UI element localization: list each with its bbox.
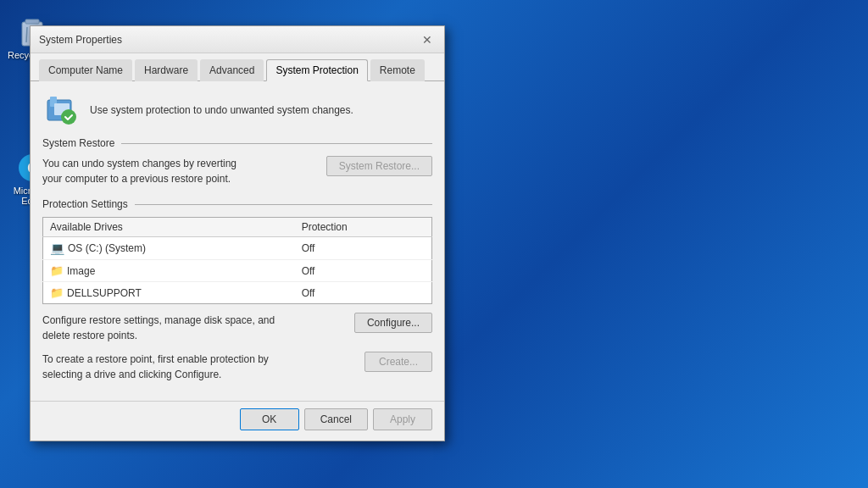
system-restore-divider: System Restore (42, 137, 432, 149)
drive-dellsupport: 📁 DELLSUPPORT (43, 282, 295, 304)
protection-settings-label: Protection Settings (42, 198, 128, 210)
tab-remote[interactable]: Remote (370, 59, 425, 81)
dialog-footer: OK Cancel Apply (31, 401, 444, 441)
apply-button[interactable]: Apply (373, 408, 432, 430)
image-protection: Off (295, 260, 432, 282)
close-button[interactable]: ✕ (419, 31, 436, 48)
divider-line-1 (121, 143, 432, 144)
dialog-body: Use system protection to undo unwanted s… (31, 81, 444, 401)
tab-advanced[interactable]: Advanced (200, 59, 264, 81)
system-protection-icon (42, 92, 80, 129)
drive-os: 💻 OS (C:) (System) (43, 237, 295, 260)
os-drive-icon: 💻 (50, 241, 64, 255)
svg-rect-1 (25, 19, 39, 24)
configure-row: Configure restore settings, manage disk … (42, 313, 432, 343)
create-row: To create a restore point, first enable … (42, 352, 432, 382)
dellsupport-drive-name: DELLSUPPORT (67, 287, 142, 299)
dialog-title: System Properties (39, 34, 122, 46)
col-protection: Protection (295, 218, 432, 237)
create-button[interactable]: Create... (364, 352, 432, 372)
tab-hardware[interactable]: Hardware (135, 59, 198, 81)
create-description: To create a restore point, first enable … (42, 352, 356, 382)
system-restore-section: You can undo system changes by reverting… (42, 156, 432, 186)
svg-point-10 (61, 109, 76, 125)
protection-settings-divider: Protection Settings (42, 198, 432, 210)
image-drive-icon: 📁 (50, 264, 64, 277)
table-row[interactable]: 📁 DELLSUPPORT Off (43, 282, 432, 304)
system-restore-label: System Restore (42, 137, 114, 149)
svg-line-2 (26, 27, 27, 42)
tab-system-protection[interactable]: System Protection (266, 59, 367, 81)
dellsupport-drive-icon: 📁 (50, 286, 64, 299)
drive-image: 📁 Image (43, 260, 295, 282)
dellsupport-protection: Off (295, 282, 432, 304)
header-row: Use system protection to undo unwanted s… (42, 92, 432, 129)
tab-computer-name[interactable]: Computer Name (39, 59, 132, 81)
system-restore-button[interactable]: System Restore... (326, 156, 432, 176)
cancel-button[interactable]: Cancel (304, 408, 368, 430)
os-drive-name: OS (C:) (System) (68, 242, 146, 254)
tabs-bar: Computer Name Hardware Advanced System P… (31, 53, 444, 81)
os-protection: Off (295, 237, 432, 260)
ok-button[interactable]: OK (240, 408, 299, 430)
table-header-row: Available Drives Protection (43, 218, 432, 237)
drives-table: Available Drives Protection 💻 OS (C:) (S… (42, 217, 432, 304)
configure-button[interactable]: Configure... (354, 313, 432, 333)
system-restore-description: You can undo system changes by reverting… (42, 156, 326, 186)
col-available-drives: Available Drives (43, 218, 295, 237)
table-row[interactable]: 💻 OS (C:) (System) Off (43, 237, 432, 260)
configure-description: Configure restore settings, manage disk … (42, 313, 346, 343)
table-row[interactable]: 📁 Image Off (43, 260, 432, 282)
header-text: Use system protection to undo unwanted s… (90, 104, 353, 116)
system-properties-dialog: System Properties ✕ Computer Name Hardwa… (30, 25, 445, 441)
image-drive-name: Image (67, 265, 95, 277)
titlebar: System Properties ✕ (31, 26, 444, 53)
divider-line-2 (135, 204, 432, 205)
